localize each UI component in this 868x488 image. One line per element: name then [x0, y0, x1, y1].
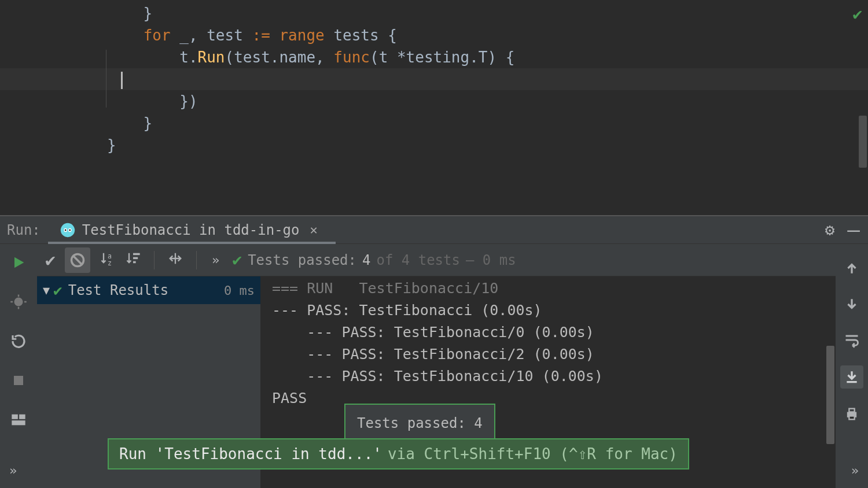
svg-point-3 — [65, 229, 67, 231]
more-tools-icon[interactable]: » — [851, 463, 859, 478]
pass-check-icon: ✔ — [53, 282, 62, 299]
scroll-down-icon[interactable] — [841, 294, 862, 315]
console-line: --- PASS: TestFibonacci/10 (0.00s) — [272, 365, 830, 387]
hint-rest: via Ctrl+Shift+F10 (^⇧R for Mac) — [388, 445, 678, 463]
console-line: --- PASS: TestFibonacci/0 (0.00s) — [272, 321, 830, 343]
editor-scrollbar[interactable] — [859, 116, 867, 168]
svg-rect-7 — [12, 415, 17, 419]
debug-icon[interactable] — [8, 291, 29, 312]
popup-text: Tests passed: 4 — [357, 415, 483, 431]
test-tree-root-label: Test Results — [68, 282, 168, 298]
expand-all-icon[interactable] — [167, 250, 183, 270]
svg-rect-9 — [12, 420, 25, 425]
tool-windows-toggle-icon[interactable]: » — [9, 463, 17, 478]
svg-point-0 — [61, 223, 75, 236]
test-tree-root[interactable]: ▼ ✔ Test Results 0 ms — [37, 276, 260, 304]
toolbar-divider — [154, 251, 155, 269]
pass-check-icon: ✔ — [232, 250, 242, 269]
run-hint-banner[interactable]: Run 'TestFibonacci in tdd...' via Ctrl+S… — [108, 438, 689, 469]
console-line: --- PASS: TestFibonacci (0.00s) — [272, 300, 830, 321]
run-label: Run: — [7, 222, 41, 238]
indent-guide — [106, 50, 106, 108]
svg-rect-8 — [19, 415, 25, 419]
toolbar-divider — [196, 251, 197, 269]
code-editor[interactable]: } for _, test := range tests { t.Run(tes… — [0, 0, 868, 215]
soft-wrap-icon[interactable] — [841, 330, 862, 350]
run-tab-active[interactable]: TestFibonacci in tdd-in-go ✕ — [59, 216, 318, 244]
rerun-failed-icon[interactable] — [8, 331, 29, 352]
console-line: === RUN TestFibonacci/10 — [272, 278, 830, 300]
hint-strong: Run 'TestFibonacci in tdd...' — [119, 445, 382, 463]
svg-rect-17 — [849, 409, 854, 412]
tests-time: – 0 ms — [466, 252, 516, 268]
code-line: for _, test := range tests { — [107, 24, 868, 46]
run-left-toolbar — [0, 244, 37, 488]
scroll-up-icon[interactable] — [841, 258, 862, 279]
collapse-arrow-icon[interactable]: ▼ — [43, 283, 50, 297]
tab-underline — [48, 242, 336, 244]
test-toolbar: ✔ az » ✔ Tests passed: 4 of 4 tests – 0 … — [37, 244, 836, 276]
svg-point-4 — [69, 229, 71, 231]
scroll-to-end-icon[interactable] — [840, 365, 863, 389]
console-scrollbar[interactable] — [826, 346, 834, 444]
more-options-icon[interactable]: » — [212, 253, 219, 267]
svg-rect-15 — [133, 261, 136, 263]
svg-point-5 — [14, 298, 23, 306]
go-file-icon — [59, 221, 76, 239]
svg-text:z: z — [108, 258, 112, 266]
test-summary: ✔ Tests passed: 4 of 4 tests – 0 ms — [232, 250, 516, 269]
test-tree-root-time: 0 ms — [224, 283, 255, 298]
code-cursor-line[interactable] — [0, 68, 868, 90]
code-line: }) — [107, 90, 868, 112]
svg-rect-18 — [849, 416, 854, 420]
text-cursor — [121, 72, 123, 89]
code-line: t.Run(test.name, func(t *testing.T) { — [107, 46, 868, 68]
code-line: } — [107, 112, 868, 134]
show-ignored-icon[interactable] — [65, 247, 90, 273]
run-right-toolbar — [836, 244, 868, 488]
code-line: } — [107, 2, 868, 24]
svg-rect-13 — [133, 253, 140, 255]
console-line: --- PASS: TestFibonacci/2 (0.00s) — [272, 343, 830, 365]
code-line: } — [107, 134, 868, 156]
settings-icon[interactable]: ⚙ — [825, 220, 834, 239]
inspection-ok-icon[interactable]: ✔ — [852, 3, 862, 25]
tests-passed-count: 4 — [362, 252, 370, 268]
sort-duration-icon[interactable] — [125, 250, 141, 270]
rerun-icon[interactable] — [8, 252, 29, 273]
tests-passed-popup: Tests passed: 4 — [344, 404, 495, 443]
stop-icon[interactable] — [8, 370, 29, 391]
svg-rect-14 — [133, 257, 138, 259]
tests-passed-label: Tests passed: — [248, 252, 356, 268]
svg-rect-6 — [14, 376, 23, 385]
run-tab-title: TestFibonacci in tdd-in-go — [82, 222, 300, 238]
tests-of-total: of 4 tests — [376, 252, 460, 268]
sort-alphabetical-icon[interactable]: az — [100, 250, 116, 270]
run-panel-header: Run: TestFibonacci in tdd-in-go ✕ ⚙ — — [0, 216, 868, 244]
show-passed-icon[interactable]: ✔ — [45, 250, 56, 270]
close-tab-icon[interactable]: ✕ — [310, 223, 317, 237]
print-icon[interactable] — [841, 404, 862, 424]
layout-icon[interactable] — [8, 409, 29, 430]
